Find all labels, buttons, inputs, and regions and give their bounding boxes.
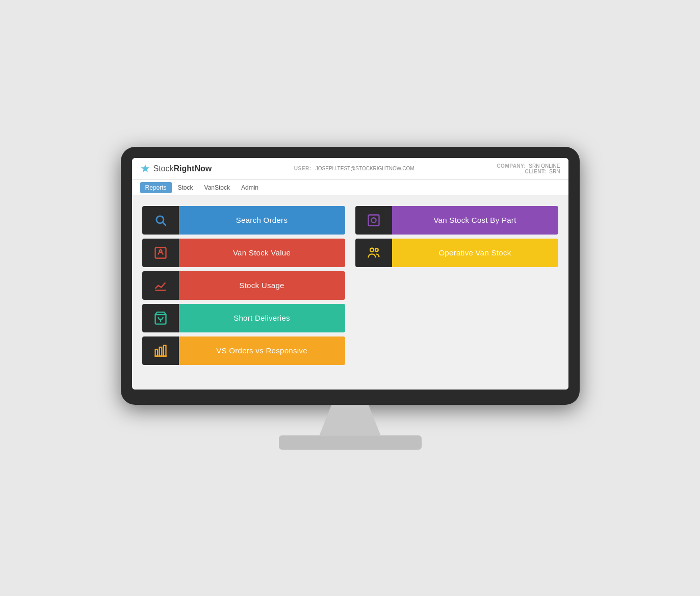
van-stock-value-label: Van Stock Value: [179, 239, 345, 267]
svg-point-0: [156, 216, 163, 223]
svg-rect-13: [368, 215, 379, 225]
nav-bar: Reports Stock VanStock Admin: [132, 180, 568, 196]
svg-rect-11: [163, 345, 166, 356]
user-value: JOSEPH.TEST@STOCKRIGHTNOW.COM: [316, 166, 414, 171]
client-value: SRN: [549, 169, 560, 174]
short-deliveries-label: Short Deliveries: [179, 304, 345, 332]
logo-text: StockRightNow: [153, 164, 212, 173]
content-area: Search Orders: [132, 196, 568, 390]
svg-point-18: [375, 248, 378, 251]
client-label: CLIENT:: [525, 169, 547, 174]
people-icon: [355, 239, 392, 267]
svg-line-1: [163, 222, 166, 225]
monitor-wrapper: ★ StockRightNow USER: JOSEPH.TEST@STOCKR…: [121, 147, 580, 450]
monitor-base: [279, 435, 422, 450]
monitor-screen: ★ StockRightNow USER: JOSEPH.TEST@STOCKR…: [132, 158, 568, 390]
vs-orders-label: VS Orders vs Responsive: [179, 336, 345, 365]
van-stock-cost-label: Van Stock Cost By Part: [392, 206, 558, 235]
logo-star-icon: ★: [140, 162, 150, 175]
user-label: USER:: [294, 166, 312, 171]
search-icon: [142, 206, 179, 235]
svg-point-17: [370, 248, 374, 251]
coin-icon: [355, 206, 392, 235]
logo-area: ★ StockRightNow: [140, 162, 212, 175]
van-stock-value-button[interactable]: Van Stock Value: [142, 239, 345, 267]
top-bar: ★ StockRightNow USER: JOSEPH.TEST@STOCKR…: [132, 158, 568, 180]
company-info: COMPANY: SRN ONLINE CLIENT: SRN: [497, 163, 560, 174]
operative-van-stock-button[interactable]: Operative Van Stock: [355, 239, 558, 267]
nav-item-stock[interactable]: Stock: [173, 182, 198, 193]
monitor-neck: [320, 405, 381, 435]
company-value: SRN ONLINE: [529, 163, 560, 169]
van-stock-cost-button[interactable]: Van Stock Cost By Part: [355, 206, 558, 235]
search-orders-button[interactable]: Search Orders: [142, 206, 345, 235]
left-column: Search Orders: [142, 206, 345, 369]
operative-van-stock-label: Operative Van Stock: [392, 239, 558, 267]
monitor-outer: ★ StockRightNow USER: JOSEPH.TEST@STOCKR…: [121, 147, 580, 405]
tag-icon: [142, 239, 179, 267]
bar-chart-icon: [142, 336, 179, 365]
company-label: COMPANY:: [497, 163, 526, 169]
svg-point-14: [371, 218, 376, 222]
search-orders-label: Search Orders: [179, 206, 345, 235]
svg-rect-10: [159, 347, 162, 356]
nav-item-reports[interactable]: Reports: [140, 182, 172, 193]
buttons-grid: Search Orders: [142, 206, 558, 369]
vs-orders-button[interactable]: VS Orders vs Responsive: [142, 336, 345, 365]
right-column: Van Stock Cost By Part: [355, 206, 558, 369]
short-deliveries-button[interactable]: Short Deliveries: [142, 304, 345, 332]
stock-usage-button[interactable]: Stock Usage: [142, 271, 345, 300]
svg-rect-9: [155, 349, 158, 356]
chart-icon: [142, 271, 179, 300]
cart-icon: [142, 304, 179, 332]
stock-usage-label: Stock Usage: [179, 271, 345, 300]
nav-item-vanstock[interactable]: VanStock: [199, 182, 235, 193]
nav-item-admin[interactable]: Admin: [236, 182, 264, 193]
user-info: USER: JOSEPH.TEST@STOCKRIGHTNOW.COM: [294, 166, 414, 171]
